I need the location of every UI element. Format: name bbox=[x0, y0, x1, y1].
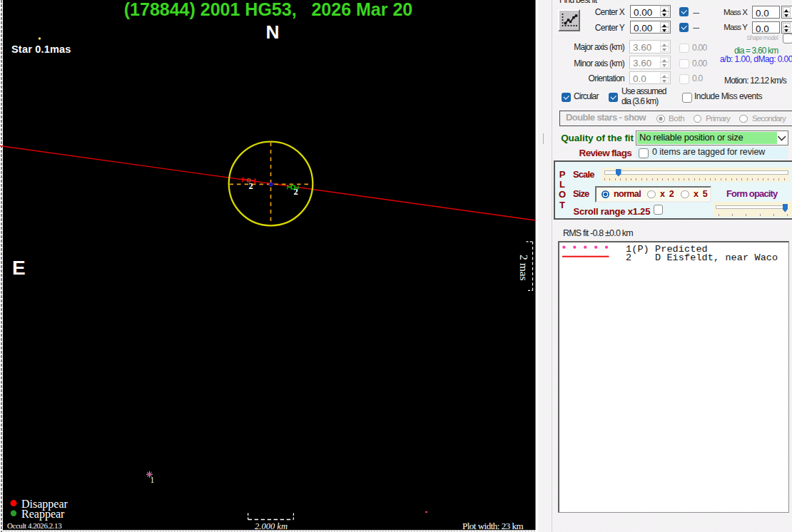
svg-text:2.000 km: 2.000 km bbox=[255, 521, 288, 531]
svg-text:N: N bbox=[266, 22, 280, 42]
svg-text:Reappear: Reappear bbox=[21, 508, 65, 521]
svg-text:1: 1 bbox=[151, 476, 155, 484]
svg-text:2: 2 bbox=[249, 181, 253, 191]
svg-text:Star 0.1mas: Star 0.1mas bbox=[11, 44, 71, 55]
svg-text:Occult 4.2026.2.13: Occult 4.2026.2.13 bbox=[7, 521, 62, 530]
svg-text:E: E bbox=[12, 257, 26, 279]
svg-text:2 mas: 2 mas bbox=[518, 255, 530, 281]
svg-text:(178844) 2001 HG53, 2026 Mar: (178844) 2001 HG53, 2026 Mar 20 bbox=[124, 0, 412, 19]
svg-text:Plot width: 23 km: Plot width: 23 km bbox=[462, 521, 523, 531]
svg-text:2: 2 bbox=[294, 187, 298, 197]
